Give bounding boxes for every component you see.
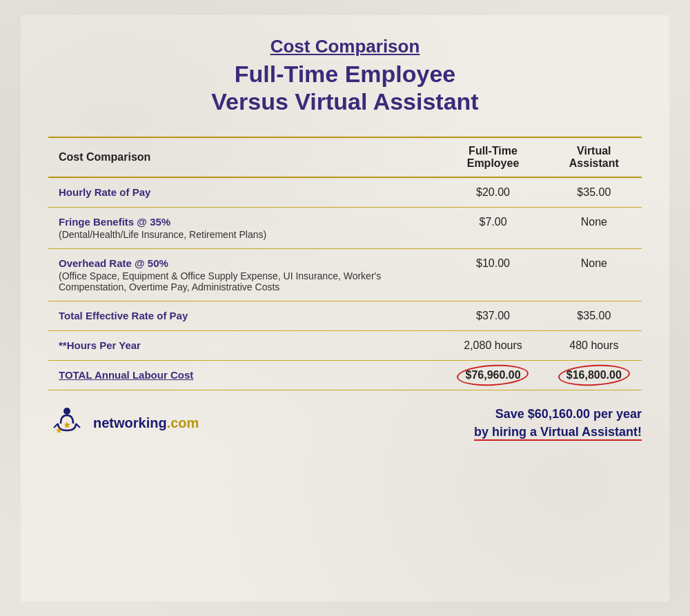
footer: networking.com Save $60,160.00 per year … bbox=[48, 404, 642, 442]
row-label-0: Hourly Rate of Pay bbox=[48, 177, 440, 208]
table-row: Fringe Benefits @ 35%(Dental/Health/Life… bbox=[48, 208, 642, 249]
savings-line2-text: by hiring a Virtual Assistant! bbox=[474, 425, 642, 441]
row-label-2: Overhead Rate @ 50%(Office Space, Equipm… bbox=[48, 249, 440, 301]
row-va-0: $35.00 bbox=[546, 177, 642, 208]
row-va-4: 480 hours bbox=[546, 331, 642, 361]
col-header-3: Virtual Assistant bbox=[546, 137, 642, 177]
logo-icon bbox=[48, 404, 86, 442]
savings-line1: Save $60,160.00 per year bbox=[474, 406, 642, 423]
svg-marker-4 bbox=[56, 427, 61, 433]
savings-message: Save $60,160.00 per year by hiring a Vir… bbox=[474, 406, 642, 440]
row-va-5: $16,800.00 bbox=[546, 361, 642, 390]
col-header-1: Cost Comparison bbox=[48, 137, 440, 177]
header: Cost Comparison Full-Time Employee Versu… bbox=[48, 36, 642, 117]
va-total-circled: $16,800.00 bbox=[566, 369, 622, 381]
row-va-3: $35.00 bbox=[546, 301, 642, 331]
table-row: Total Effective Rate of Pay$37.00$35.00 bbox=[48, 301, 642, 331]
row-va-2: None bbox=[546, 249, 642, 301]
row-label-1: Fringe Benefits @ 35%(Dental/Health/Life… bbox=[48, 208, 440, 249]
comparison-table: Cost Comparison Full-Time Employee Virtu… bbox=[48, 137, 642, 390]
subtitle: Full-Time Employee Versus Virtual Assist… bbox=[48, 60, 642, 117]
table-row: **Hours Per Year2,080 hours480 hours bbox=[48, 331, 642, 361]
main-card: Cost Comparison Full-Time Employee Versu… bbox=[21, 15, 669, 602]
row-label-5: TOTAL Annual Labour Cost bbox=[48, 361, 440, 390]
row-label-4: **Hours Per Year bbox=[48, 331, 440, 361]
logo-domain: .com bbox=[167, 415, 199, 430]
row-fte-3: $37.00 bbox=[440, 301, 546, 331]
row-va-1: None bbox=[546, 208, 642, 249]
row-fte-1: $7.00 bbox=[440, 208, 546, 249]
table-row: Hourly Rate of Pay$20.00$35.00 bbox=[48, 177, 642, 208]
row-fte-4: 2,080 hours bbox=[440, 331, 546, 361]
main-title: Cost Comparison bbox=[48, 36, 642, 57]
table-row: TOTAL Annual Labour Cost$76,960.00$16,80… bbox=[48, 361, 642, 390]
logo-brand: networking bbox=[93, 415, 167, 430]
row-fte-0: $20.00 bbox=[440, 177, 546, 208]
col-header-2: Full-Time Employee bbox=[440, 137, 546, 177]
logo-area: networking.com bbox=[48, 404, 199, 442]
row-fte-2: $10.00 bbox=[440, 249, 546, 301]
row-label-3: Total Effective Rate of Pay bbox=[48, 301, 440, 331]
row-fte-5: $76,960.00 bbox=[440, 361, 546, 390]
logo-text: networking.com bbox=[93, 415, 199, 431]
table-row: Overhead Rate @ 50%(Office Space, Equipm… bbox=[48, 249, 642, 301]
fte-total-circled: $76,960.00 bbox=[465, 369, 520, 381]
svg-marker-1 bbox=[63, 421, 70, 428]
svg-point-0 bbox=[63, 408, 70, 415]
savings-line2: by hiring a Virtual Assistant! bbox=[474, 424, 642, 441]
